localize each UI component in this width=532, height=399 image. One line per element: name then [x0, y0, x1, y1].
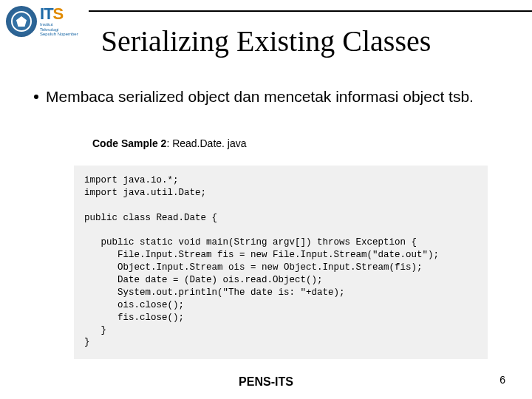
bullet-item: Membaca serialized object dan mencetak i…: [34, 87, 502, 106]
bullet-dot-icon: [34, 95, 38, 99]
code-sample-label-rest: : Read.Date. java: [166, 137, 246, 149]
acronym-t: T: [44, 4, 52, 23]
slide-title: Serializing Existing Classes: [0, 24, 532, 58]
footer-text: PENS-ITS: [0, 375, 532, 389]
bullet-text: Membaca serialized object dan mencetak i…: [46, 87, 474, 106]
code-sample-label-bold: Code Sample 2: [92, 137, 166, 149]
code-sample-label: Code Sample 2: Read.Date. java: [92, 137, 247, 149]
header-divider: [89, 10, 532, 12]
acronym-s: S: [53, 4, 64, 23]
page-number: 6: [499, 374, 505, 386]
code-block: import java.io.*; import java.util.Date;…: [74, 166, 488, 359]
